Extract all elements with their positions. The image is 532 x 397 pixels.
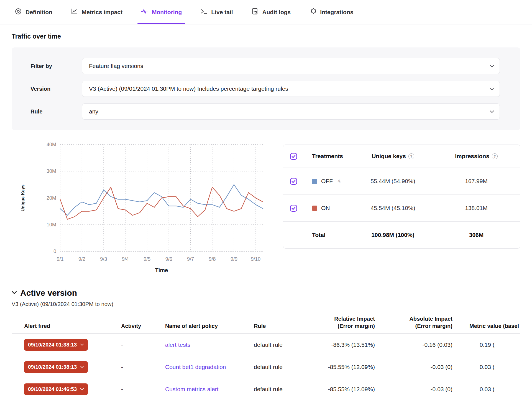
on-series-swatch — [312, 206, 317, 211]
tab-integrations[interactable]: Integrations — [308, 0, 354, 24]
treatment-row-on: ON 45.54M (45.10%) 138.01M — [283, 194, 520, 221]
chevron-down-icon — [484, 81, 500, 97]
version-value: V3 (Active) (09/01/2024 01:30PM to now) … — [82, 81, 484, 97]
svg-text:30M: 30M — [47, 168, 56, 174]
chevron-down-icon — [80, 343, 84, 346]
alert-fired-badge[interactable]: 09/10/2024 01:38:13 — [24, 339, 88, 351]
chevron-down-icon — [12, 290, 17, 295]
svg-text:10M: 10M — [47, 222, 56, 227]
off-impressions: 167.99M — [435, 178, 517, 184]
alert-row: 09/10/2024 01:46:53 - Custom metrics ale… — [12, 378, 520, 397]
active-version-subtitle: V3 (Active) (09/10/2024 01:30PM to now) — [12, 301, 520, 307]
alert-absolute-impact: -0.16 (0.03) — [377, 342, 454, 348]
version-dropdown[interactable]: V3 (Active) (09/01/2024 01:30PM to now) … — [82, 81, 500, 97]
treatment-on-label: ON — [321, 205, 330, 211]
tab-audit-logs[interactable]: Audit logs — [250, 0, 292, 24]
svg-text:40M: 40M — [47, 142, 56, 147]
off-unique-keys: 55.44M (54.90%) — [351, 178, 435, 184]
active-version-toggle[interactable]: Active version — [12, 288, 520, 298]
svg-text:9/10: 9/10 — [251, 256, 260, 262]
filter-row-rule: Rule any — [30, 103, 500, 120]
default-treatment-icon: ✳ — [337, 178, 341, 184]
alert-fired-badge[interactable]: 09/10/2024 01:46:53 — [24, 383, 88, 395]
col-rule: Rule — [254, 322, 321, 330]
col-policy: Name of alert policy — [165, 322, 254, 330]
alert-absolute-impact: -0.03 (0) — [377, 386, 454, 393]
tab-definition[interactable]: Definition — [13, 0, 53, 24]
filter-row-filter-by: Filter by Feature flag versions — [30, 58, 500, 74]
tab-metrics-impact[interactable]: Metrics impact — [70, 0, 124, 24]
tab-label: Integrations — [320, 9, 353, 16]
tab-monitoring[interactable]: Monitoring — [140, 0, 183, 24]
svg-text:9/1: 9/1 — [57, 256, 63, 262]
tab-bar: Definition Metrics impact Monitoring Liv… — [0, 0, 532, 24]
treatments-header-label: Treatments — [312, 153, 351, 160]
alert-activity: - — [121, 364, 165, 370]
rule-dropdown[interactable]: any — [82, 103, 500, 120]
filter-by-value: Feature flag versions — [82, 58, 484, 74]
version-label: Version — [30, 86, 82, 92]
alert-rule: default rule — [254, 342, 321, 348]
integrations-icon — [309, 7, 317, 17]
on-impressions: 138.01M — [435, 205, 517, 211]
alerts-table-header: Alert fired Activity Name of alert polic… — [12, 315, 520, 334]
svg-text:9/5: 9/5 — [144, 256, 150, 262]
svg-text:9/8: 9/8 — [209, 256, 216, 262]
tab-live-tail[interactable]: Live tail — [199, 0, 234, 24]
monitoring-icon — [141, 7, 149, 17]
alert-policy-link[interactable]: alert tests — [165, 342, 190, 348]
tab-label: Monitoring — [152, 9, 182, 16]
svg-text:Time: Time — [155, 267, 168, 273]
unique-keys-header: Unique keys ? — [351, 153, 435, 160]
traffic-chart-container: 010M20M30M40M9/19/29/39/49/59/69/79/89/9… — [12, 141, 265, 275]
tab-label: Audit logs — [262, 9, 291, 16]
off-series-swatch — [312, 179, 317, 184]
treatment-off-checkbox[interactable] — [290, 178, 297, 185]
app: { "colors": { "accent": "#7C3AED", "off_… — [0, 0, 532, 397]
audit-logs-icon — [251, 7, 259, 17]
active-version-title: Active version — [20, 288, 77, 298]
svg-text:0: 0 — [53, 249, 56, 254]
chevron-down-icon — [80, 388, 84, 390]
help-icon[interactable]: ? — [492, 153, 498, 159]
filter-row-version: Version V3 (Active) (09/01/2024 01:30PM … — [30, 81, 500, 97]
alert-row: 09/10/2024 01:38:13 - Count bet1 degrada… — [12, 356, 520, 378]
help-icon[interactable]: ? — [408, 153, 414, 159]
svg-text:9/3: 9/3 — [100, 256, 107, 262]
alert-policy-link[interactable]: Count bet1 degradation — [165, 364, 226, 370]
total-unique-keys: 100.98M (100%) — [351, 232, 435, 238]
tab-label: Live tail — [211, 9, 233, 16]
alerts-table: Alert fired Activity Name of alert polic… — [12, 315, 520, 397]
treatment-on-checkbox[interactable] — [290, 204, 297, 212]
alert-absolute-impact: -0.03 (0) — [377, 364, 454, 370]
rule-value: any — [82, 104, 484, 119]
impressions-header: Impressions ? — [435, 153, 517, 160]
metrics-impact-icon — [71, 7, 78, 17]
treatments-total-row: Total 100.98M (100%) 306M — [283, 221, 520, 248]
treatment-off-label: OFF — [321, 178, 333, 184]
rule-label: Rule — [30, 108, 82, 115]
alert-metric-value: 0.03 ( — [454, 364, 520, 370]
traffic-over-time-chart: 010M20M30M40M9/19/29/39/49/59/69/79/89/9… — [12, 141, 265, 274]
alert-rule: default rule — [254, 386, 321, 393]
alert-policy-link[interactable]: Custom metrics alert — [165, 386, 219, 392]
svg-text:Unique Keys: Unique Keys — [21, 184, 25, 211]
alert-relative-impact: -85.55% (12.09%) — [321, 386, 377, 393]
alert-rule: default rule — [254, 364, 321, 370]
col-absolute-impact: Absolute Impact (Error margin) — [377, 315, 454, 330]
filter-by-dropdown[interactable]: Feature flag versions — [82, 58, 500, 74]
alert-metric-value: 0.03 ( — [454, 386, 520, 393]
treatments-panel: Treatments Unique keys ? Impressions ? O… — [283, 145, 520, 249]
on-unique-keys: 45.54M (45.10%) — [351, 205, 435, 211]
treatments-header-row: Treatments Unique keys ? Impressions ? — [283, 145, 520, 168]
alert-fired-badge[interactable]: 09/10/2024 01:38:13 — [24, 361, 88, 373]
treatments-header-checkbox[interactable] — [290, 153, 297, 160]
chevron-down-icon — [80, 366, 84, 368]
total-impressions: 306M — [435, 232, 517, 238]
alert-relative-impact: -86.3% (13.51%) — [321, 342, 377, 348]
col-activity: Activity — [121, 322, 165, 330]
alert-metric-value: 0.19 ( — [454, 342, 520, 348]
svg-text:9/4: 9/4 — [122, 256, 129, 262]
live-tail-icon — [200, 7, 208, 17]
alert-relative-impact: -85.55% (12.09%) — [321, 364, 377, 370]
